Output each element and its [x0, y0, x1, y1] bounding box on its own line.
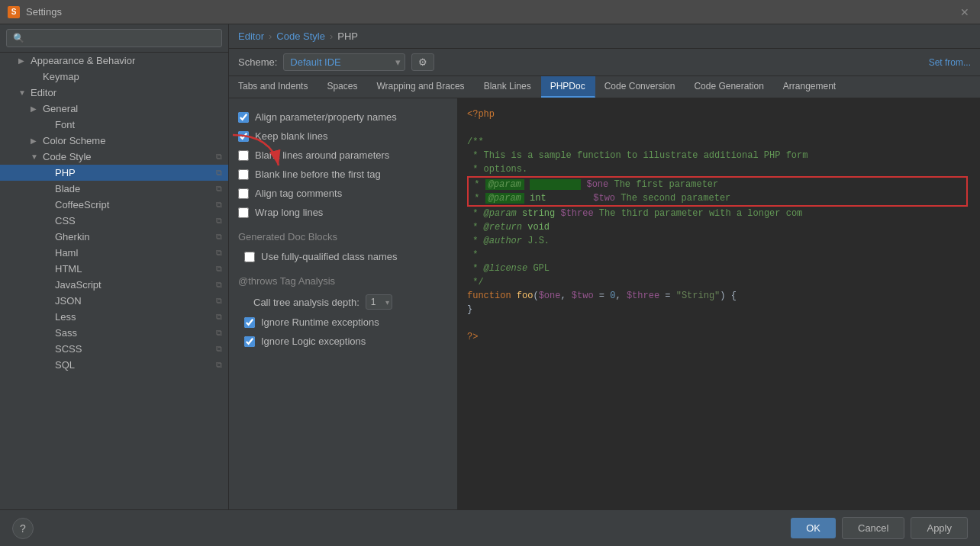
tab-tabs-indents[interactable]: Tabs and Indents	[229, 76, 318, 98]
fully-qualified-label[interactable]: Use fully-qualified class names	[261, 251, 397, 262]
sidebar-item-gherkin[interactable]: Gherkin ⧉	[0, 229, 228, 245]
sidebar-item-general[interactable]: ▶ General	[0, 101, 228, 117]
code-author: * @author J.S.	[467, 234, 971, 248]
sidebar-item-coffeescript[interactable]: CoffeeScript ⧉	[0, 197, 228, 213]
ignore-logic-checkbox[interactable]	[244, 336, 255, 347]
call-tree-label: Call tree analysis depth:	[253, 297, 359, 308]
blank-around-params-checkbox[interactable]	[238, 150, 249, 161]
copy-icon: ⧉	[216, 248, 222, 258]
code-param-1: * @param $one The first parameter	[469, 178, 966, 191]
gear-button[interactable]: ⚙	[411, 53, 434, 71]
sidebar-item-html[interactable]: HTML ⧉	[0, 261, 228, 277]
setting-ignore-logic: Ignore Logic exceptions	[238, 332, 448, 351]
sidebar-item-label: CoffeeScript	[55, 199, 213, 210]
setting-ignore-runtime: Ignore Runtime exceptions	[238, 313, 448, 332]
code-docclose: */	[467, 275, 971, 289]
sidebar-item-javascript[interactable]: JavaScript ⧉	[0, 277, 228, 293]
tab-arrangement[interactable]: Arrangement	[774, 76, 846, 98]
sidebar-item-label: JSON	[55, 295, 213, 307]
sidebar-item-label: Font	[55, 119, 222, 130]
ignore-runtime-checkbox[interactable]	[244, 317, 255, 328]
tab-spaces[interactable]: Spaces	[318, 76, 367, 98]
depth-row: Call tree analysis depth: 1 2 3	[238, 291, 448, 313]
sidebar-item-label: Editor	[31, 87, 222, 98]
sidebar-item-colorscheme[interactable]: ▶ Color Scheme	[0, 133, 228, 149]
sidebar-item-keymap[interactable]: Keymap	[0, 69, 228, 85]
copy-icon: ⧉	[216, 168, 222, 178]
copy-icon: ⧉	[216, 296, 222, 306]
tab-code-conversion[interactable]: Code Conversion	[595, 76, 685, 98]
wrap-long-label[interactable]: Wrap long lines	[255, 207, 323, 218]
tabs-row: Tabs and Indents Spaces Wrapping and Bra…	[229, 76, 980, 98]
code-closing-brace: }	[467, 303, 971, 316]
generated-doc-blocks-title: Generated Doc Blocks	[238, 231, 448, 242]
keep-blank-checkbox[interactable]	[238, 131, 249, 142]
fully-qualified-checkbox[interactable]	[244, 252, 255, 262]
tab-blank-lines[interactable]: Blank Lines	[475, 76, 541, 98]
sidebar-item-label: Keymap	[31, 71, 222, 82]
help-button[interactable]: ?	[12, 518, 34, 539]
tab-wrapping[interactable]: Wrapping and Braces	[367, 76, 474, 98]
depth-select[interactable]: 1 2 3	[366, 294, 392, 310]
scheme-row: Scheme: Default IDE ⚙ Set from...	[229, 49, 980, 76]
scheme-select-wrapper: Default IDE	[283, 53, 405, 71]
scheme-select[interactable]: Default IDE	[283, 53, 405, 71]
code-preview: <?php /** * This is a sample function to…	[458, 98, 980, 509]
app-icon: S	[8, 6, 20, 18]
align-tag-comments-label[interactable]: Align tag comments	[255, 188, 342, 199]
sidebar-item-scss[interactable]: SCSS ⧉	[0, 341, 228, 357]
search-input[interactable]	[6, 29, 222, 47]
apply-button[interactable]: Apply	[911, 517, 968, 539]
sidebar-item-codestyle[interactable]: ▼ Code Style ⧉	[0, 149, 228, 165]
sidebar-item-appearance[interactable]: ▶ Appearance & Behavior	[0, 53, 228, 69]
close-button[interactable]: ✕	[957, 5, 972, 20]
copy-icon: ⧉	[216, 184, 222, 194]
blank-around-params-label[interactable]: Blank lines around parameters	[255, 149, 389, 161]
ignore-runtime-label[interactable]: Ignore Runtime exceptions	[261, 316, 379, 328]
align-params-checkbox[interactable]	[238, 112, 249, 123]
tab-phpdoc[interactable]: PHPDoc	[541, 76, 595, 98]
breadcrumb-editor[interactable]: Editor	[238, 31, 264, 42]
sidebar-item-css[interactable]: CSS ⧉	[0, 213, 228, 229]
sidebar-item-label: Sass	[55, 327, 213, 339]
align-params-label[interactable]: Align parameter/property names	[255, 111, 397, 123]
sidebar-item-haml[interactable]: Haml ⧉	[0, 245, 228, 261]
code-param-3: * @param string $three The third paramet…	[467, 207, 971, 220]
code-license: * @license GPL	[467, 262, 971, 275]
sidebar-item-php[interactable]: PHP ⧉	[0, 165, 228, 181]
sidebar-item-label: JavaScript	[55, 279, 213, 291]
sidebar-item-label: Haml	[55, 247, 213, 259]
sidebar-item-font[interactable]: Font	[0, 117, 228, 133]
ignore-logic-label[interactable]: Ignore Logic exceptions	[261, 336, 366, 347]
sidebar-item-label: Color Scheme	[43, 135, 222, 146]
sidebar-item-label: Less	[55, 311, 213, 323]
tab-code-generation[interactable]: Code Generation	[685, 76, 773, 98]
sidebar-item-sql[interactable]: SQL ⧉	[0, 357, 228, 373]
setting-blank-before-tag: Blank line before the first tag	[238, 165, 448, 184]
copy-icon: ⧉	[216, 152, 222, 162]
sidebar-item-editor[interactable]: ▼ Editor	[0, 85, 228, 101]
wrap-long-checkbox[interactable]	[238, 207, 249, 218]
setting-wrap-long: Wrap long lines	[238, 203, 448, 222]
setting-align-params: Align parameter/property names	[238, 108, 448, 127]
keep-blank-label[interactable]: Keep blank lines	[255, 130, 327, 142]
code-line-1: <?php	[467, 108, 971, 121]
blank-before-tag-checkbox[interactable]	[238, 169, 249, 180]
blank-before-tag-label[interactable]: Blank line before the first tag	[255, 169, 381, 180]
expand-arrow: ▶	[31, 136, 43, 145]
ok-button[interactable]: OK	[791, 518, 836, 538]
sidebar-item-label: General	[43, 103, 222, 114]
sidebar-item-blade[interactable]: Blade ⧉	[0, 181, 228, 197]
set-from-link[interactable]: Set from...	[929, 57, 971, 68]
bottom-bar: ? OK Cancel Apply	[0, 509, 980, 546]
copy-icon: ⧉	[216, 328, 222, 338]
breadcrumb-codestyle[interactable]: Code Style	[276, 31, 325, 42]
sidebar-item-json[interactable]: JSON ⧉	[0, 293, 228, 309]
cancel-button[interactable]: Cancel	[842, 517, 904, 539]
align-tag-comments-checkbox[interactable]	[238, 188, 249, 199]
copy-icon: ⧉	[216, 312, 222, 322]
sidebar-item-sass[interactable]: Sass ⧉	[0, 325, 228, 341]
sidebar-item-less[interactable]: Less ⧉	[0, 309, 228, 325]
copy-icon: ⧉	[216, 360, 222, 370]
sidebar-item-label: CSS	[55, 215, 213, 226]
